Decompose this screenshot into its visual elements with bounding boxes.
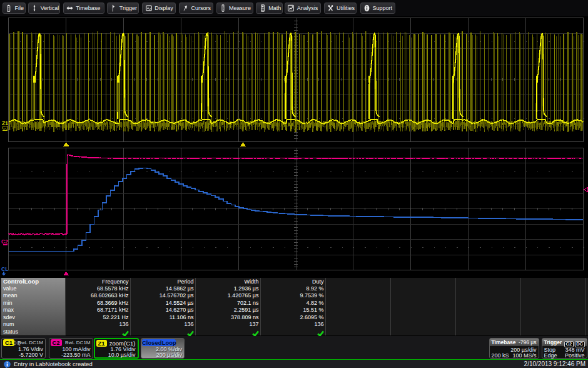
svg-text:CL: CL <box>1 266 8 272</box>
svg-text:C1: C1 <box>2 125 9 131</box>
svg-text:C2: C2 <box>1 238 8 245</box>
